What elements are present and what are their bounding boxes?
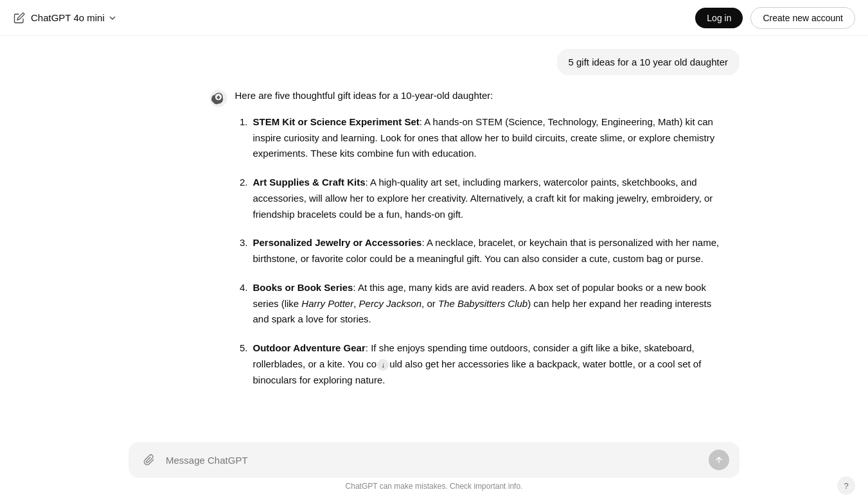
list-content-1: STEM Kit or Science Experiment Set: A ha… bbox=[253, 114, 723, 162]
list-number-3: 3. bbox=[235, 235, 248, 267]
message-input-container bbox=[128, 442, 740, 478]
ai-list: 1. STEM Kit or Science Experiment Set: A… bbox=[235, 114, 723, 389]
list-number-2: 2. bbox=[235, 175, 248, 222]
attach-button[interactable] bbox=[139, 450, 159, 470]
list-title-2: Art Supplies & Craft Kits bbox=[253, 177, 366, 188]
app-name-label: ChatGPT 4o mini bbox=[31, 12, 105, 23]
create-account-button[interactable]: Create new account bbox=[750, 7, 855, 29]
list-content-5: Outdoor Adventure Gear: If she enjoys sp… bbox=[253, 340, 723, 388]
list-item: 5. Outdoor Adventure Gear: If she enjoys… bbox=[235, 340, 723, 388]
list-title-5: Outdoor Adventure Gear bbox=[253, 342, 366, 353]
user-message-container: 5 gift ideas for a 10 year old daughter bbox=[0, 49, 868, 88]
list-item: 1. STEM Kit or Science Experiment Set: A… bbox=[235, 114, 723, 162]
list-title-1: STEM Kit or Science Experiment Set bbox=[253, 116, 420, 127]
list-number-4: 4. bbox=[235, 280, 248, 328]
bottom-bar: ChatGPT can make mistakes. Check importa… bbox=[0, 442, 868, 501]
user-message-bubble: 5 gift ideas for a 10 year old daughter bbox=[557, 49, 740, 75]
list-item: 3. Personalized Jewelry or Accessories: … bbox=[235, 235, 723, 267]
login-button[interactable]: Log in bbox=[695, 8, 743, 28]
ai-intro: Here are five thoughtful gift ideas for … bbox=[235, 88, 723, 104]
list-title-4: Books or Book Series bbox=[253, 282, 353, 293]
list-item: 4. Books or Book Series: At this age, ma… bbox=[235, 280, 723, 328]
header-left: ChatGPT 4o mini bbox=[13, 12, 118, 24]
main-content: 5 gift ideas for a 10 year old daughter … bbox=[0, 36, 868, 475]
help-button[interactable]: ? bbox=[837, 477, 855, 495]
list-number-5: 5. bbox=[235, 340, 248, 388]
user-message-text: 5 gift ideas for a 10 year old daughter bbox=[569, 57, 729, 67]
list-content-4: Books or Book Series: At this age, many … bbox=[253, 280, 723, 328]
scroll-inline-indicator: ↓ bbox=[377, 359, 389, 371]
edit-icon[interactable] bbox=[13, 12, 26, 24]
header: ChatGPT 4o mini Log in Create new accoun… bbox=[0, 0, 868, 36]
app-title[interactable]: ChatGPT 4o mini bbox=[31, 12, 118, 23]
list-title-3: Personalized Jewelry or Accessories bbox=[253, 237, 422, 248]
list-number-1: 1. bbox=[235, 114, 248, 162]
ai-response-container: Here are five thoughtful gift ideas for … bbox=[81, 88, 788, 414]
ai-content: Here are five thoughtful gift ideas for … bbox=[235, 88, 723, 401]
list-item: 2. Art Supplies & Craft Kits: A high-qua… bbox=[235, 175, 723, 222]
book-title-3: The Babysitters Club bbox=[438, 298, 527, 309]
list-content-2: Art Supplies & Craft Kits: A high-qualit… bbox=[253, 175, 723, 222]
help-label: ? bbox=[844, 481, 848, 491]
book-title-1: Harry Potter bbox=[301, 298, 353, 309]
send-button[interactable] bbox=[709, 450, 729, 470]
footer-disclaimer: ChatGPT can make mistakes. Check importa… bbox=[128, 478, 740, 495]
header-right: Log in Create new account bbox=[695, 7, 855, 29]
message-input[interactable] bbox=[166, 455, 702, 466]
chevron-down-icon bbox=[107, 13, 118, 23]
ai-logo bbox=[209, 89, 227, 107]
book-title-2: Percy Jackson bbox=[359, 298, 422, 309]
list-content-3: Personalized Jewelry or Accessories: A n… bbox=[253, 235, 723, 267]
